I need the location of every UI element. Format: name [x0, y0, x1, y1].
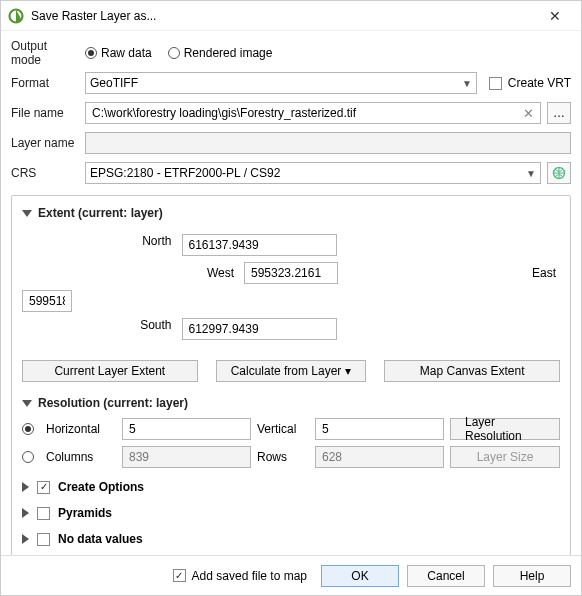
content-area: Output mode Raw data Rendered image Form… [1, 31, 581, 555]
format-value: GeoTIFF [90, 76, 138, 90]
east-label: East [400, 266, 560, 280]
columns-input [122, 446, 251, 468]
resolution-grid: Horizontal Vertical Layer Resolution Col… [22, 418, 560, 468]
main-groupbox: Extent (current: layer) North West East … [11, 195, 571, 555]
resolution-mode-horizontal-radio[interactable] [22, 423, 34, 435]
rows-label: Rows [257, 450, 309, 464]
east-input[interactable] [22, 290, 72, 312]
nodata-label: No data values [58, 532, 143, 546]
columns-label: Columns [46, 450, 116, 464]
extent-buttons: Current Layer Extent Calculate from Laye… [22, 360, 560, 382]
collapse-icon [22, 400, 32, 407]
radio-icon [168, 47, 180, 59]
close-button[interactable]: ✕ [535, 2, 575, 30]
vertical-label: Vertical [257, 422, 309, 436]
browse-button[interactable]: … [547, 102, 571, 124]
chevron-down-icon: ▾ [345, 364, 351, 378]
output-mode-rendered[interactable]: Rendered image [168, 46, 273, 60]
layer-resolution-button[interactable]: Layer Resolution [450, 418, 560, 440]
create-vrt-label: Create VRT [508, 76, 571, 90]
pyramids-label: Pyramids [58, 506, 112, 520]
resolution-header[interactable]: Resolution (current: layer) [22, 396, 560, 410]
resolution-title: Resolution (current: layer) [38, 396, 188, 410]
checkbox-icon [173, 569, 186, 582]
create-options-header[interactable]: Create Options [22, 480, 560, 494]
add-to-map-label: Add saved file to map [192, 569, 307, 583]
north-input[interactable] [182, 234, 337, 256]
pyramids-header[interactable]: Pyramids [22, 506, 560, 520]
current-layer-extent-button[interactable]: Current Layer Extent [22, 360, 198, 382]
filename-input[interactable]: ✕ [85, 102, 541, 124]
horizontal-input[interactable] [122, 418, 251, 440]
chevron-down-icon: ▼ [462, 78, 472, 89]
titlebar: Save Raster Layer as... ✕ [1, 1, 581, 31]
layername-input [85, 132, 571, 154]
help-button[interactable]: Help [493, 565, 571, 587]
ok-button[interactable]: OK [321, 565, 399, 587]
crs-value: EPSG:2180 - ETRF2000-PL / CS92 [90, 166, 280, 180]
output-mode-label: Output mode [11, 39, 79, 67]
dialog-window: Save Raster Layer as... ✕ Output mode Ra… [0, 0, 582, 596]
radio-label: Rendered image [184, 46, 273, 60]
format-select[interactable]: GeoTIFF ▼ [85, 72, 477, 94]
rows-input [315, 446, 444, 468]
crs-select[interactable]: EPSG:2180 - ETRF2000-PL / CS92 ▼ [85, 162, 541, 184]
create-vrt-checkbox[interactable]: Create VRT [489, 76, 571, 90]
filename-field[interactable] [90, 105, 521, 121]
pyramids-checkbox[interactable] [37, 507, 50, 520]
south-label: South [136, 318, 176, 340]
nodata-checkbox[interactable] [37, 533, 50, 546]
west-input[interactable] [244, 262, 338, 284]
horizontal-label: Horizontal [46, 422, 116, 436]
north-label: North [136, 234, 176, 256]
crs-row: CRS EPSG:2180 - ETRF2000-PL / CS92 ▼ [11, 161, 571, 185]
radio-icon [85, 47, 97, 59]
filename-label: File name [11, 106, 79, 120]
calculate-from-layer-button[interactable]: Calculate from Layer▾ [216, 360, 367, 382]
vertical-input[interactable] [315, 418, 444, 440]
cancel-button[interactable]: Cancel [407, 565, 485, 587]
collapse-icon [22, 210, 32, 217]
checkbox-icon [489, 77, 502, 90]
west-label: West [78, 266, 238, 280]
chevron-down-icon: ▼ [526, 168, 536, 179]
output-mode-row: Output mode Raw data Rendered image [11, 41, 571, 65]
radio-label: Raw data [101, 46, 152, 60]
window-title: Save Raster Layer as... [31, 9, 535, 23]
extent-header[interactable]: Extent (current: layer) [22, 206, 560, 220]
expand-icon [22, 534, 29, 544]
expand-icon [22, 508, 29, 518]
app-icon [7, 7, 25, 25]
create-options-checkbox[interactable] [37, 481, 50, 494]
output-mode-raw[interactable]: Raw data [85, 46, 152, 60]
add-to-map-checkbox[interactable]: Add saved file to map [173, 569, 307, 583]
nodata-header[interactable]: No data values [22, 532, 560, 546]
layer-size-button: Layer Size [450, 446, 560, 468]
crs-picker-button[interactable] [547, 162, 571, 184]
layername-field [90, 135, 566, 151]
layername-label: Layer name [11, 136, 79, 150]
format-row: Format GeoTIFF ▼ Create VRT [11, 71, 571, 95]
clear-icon[interactable]: ✕ [521, 106, 536, 121]
resolution-mode-columns-radio[interactable] [22, 451, 34, 463]
create-options-label: Create Options [58, 480, 144, 494]
filename-row: File name ✕ … [11, 101, 571, 125]
extent-grid: North West East South [22, 228, 560, 346]
crs-label: CRS [11, 166, 79, 180]
format-label: Format [11, 76, 79, 90]
map-canvas-extent-button[interactable]: Map Canvas Extent [384, 360, 560, 382]
south-input[interactable] [182, 318, 337, 340]
expand-icon [22, 482, 29, 492]
footer: Add saved file to map OK Cancel Help [1, 555, 581, 595]
extent-title: Extent (current: layer) [38, 206, 163, 220]
layername-row: Layer name [11, 131, 571, 155]
